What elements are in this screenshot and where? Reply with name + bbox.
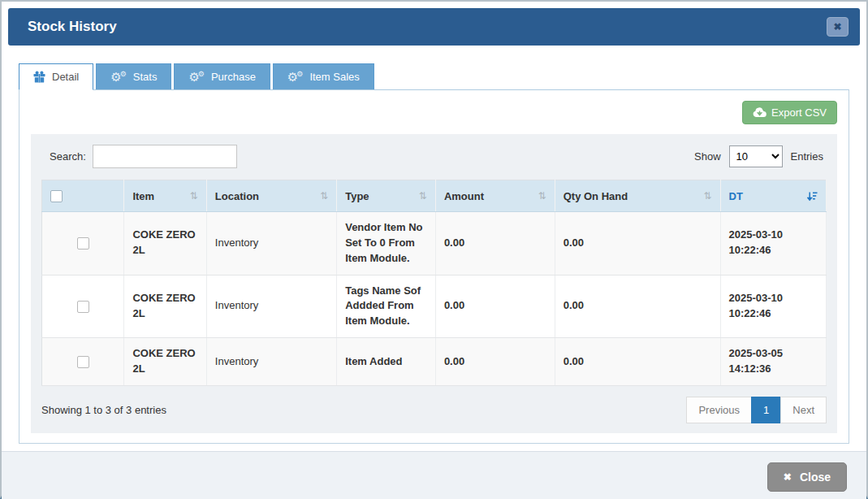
table-footer: Showing 1 to 3 of 3 entries Previous 1 N… bbox=[41, 397, 827, 423]
column-header-type[interactable]: Type ⇅ bbox=[337, 180, 436, 212]
cell-qty-on-hand: 0.00 bbox=[555, 212, 720, 276]
column-header-qty-on-hand[interactable]: Qty On Hand ⇅ bbox=[555, 180, 720, 212]
entries-label: Entries bbox=[791, 150, 823, 163]
tab-item-sales[interactable]: ⚙⚙ Item Sales bbox=[273, 63, 374, 89]
modal-title: Stock History bbox=[28, 19, 827, 35]
gears-icon: ⚙⚙ bbox=[188, 71, 205, 83]
cell-type: Vendor Item No Set To 0 From Item Module… bbox=[337, 212, 436, 276]
close-button-label: Close bbox=[800, 471, 831, 484]
tab-label: Detail bbox=[52, 71, 79, 83]
tab-label: Stats bbox=[133, 71, 158, 83]
stock-history-table: Item ⇅ Location ⇅ Type ⇅ Amount bbox=[41, 180, 827, 386]
close-icon: ✖ bbox=[784, 471, 792, 483]
row-checkbox[interactable] bbox=[77, 301, 89, 313]
cell-type: Item Added bbox=[337, 338, 436, 386]
cloud-download-icon bbox=[753, 107, 767, 118]
tab-stats[interactable]: ⚙⚙ Stats bbox=[96, 63, 171, 89]
tab-purchase[interactable]: ⚙⚙ Purchase bbox=[174, 63, 270, 89]
row-select-cell bbox=[42, 338, 124, 386]
sort-icon: ⇅ bbox=[320, 190, 328, 202]
column-header-dt[interactable]: DT bbox=[720, 180, 826, 212]
column-header-item[interactable]: Item ⇅ bbox=[124, 180, 206, 212]
cell-amount: 0.00 bbox=[435, 275, 555, 338]
select-all-header bbox=[42, 180, 124, 212]
sort-icon: ⇅ bbox=[190, 190, 198, 202]
cell-amount: 0.00 bbox=[435, 338, 555, 386]
table-controls: Search: Show 10 Entries bbox=[41, 145, 827, 168]
detail-tab-panel: Export CSV Search: Show 10 Entries bbox=[19, 89, 849, 444]
cell-dt: 2025-03-10 10:22:46 bbox=[720, 212, 826, 276]
gears-icon: ⚙⚙ bbox=[287, 71, 304, 83]
close-icon: ✖ bbox=[833, 21, 841, 33]
row-select-cell bbox=[42, 275, 124, 338]
row-checkbox[interactable] bbox=[77, 237, 89, 250]
cell-qty-on-hand: 0.00 bbox=[555, 275, 720, 338]
tab-bar: Detail ⚙⚙ Stats ⚙⚙ Purchase ⚙⚙ Item Sale… bbox=[19, 63, 849, 89]
export-csv-label: Export CSV bbox=[771, 106, 827, 119]
sort-icon: ⇅ bbox=[538, 190, 546, 202]
cell-location: Inventory bbox=[206, 338, 336, 386]
close-button[interactable]: ✖ Close bbox=[767, 462, 847, 492]
modal-close-button[interactable]: ✖ bbox=[827, 17, 849, 37]
table-row: COKE ZERO 2L Inventory Item Added 0.00 0… bbox=[42, 338, 827, 386]
export-row: Export CSV bbox=[31, 101, 837, 124]
modal-titlebar: Stock History ✖ bbox=[8, 8, 860, 46]
tab-label: Item Sales bbox=[309, 71, 359, 83]
stock-history-modal: Stock History ✖ Detail ⚙⚙ S bbox=[0, 0, 868, 499]
row-checkbox[interactable] bbox=[77, 356, 89, 368]
row-select-cell bbox=[42, 212, 124, 276]
cell-dt: 2025-03-05 14:12:36 bbox=[720, 338, 826, 386]
search-input[interactable] bbox=[93, 145, 237, 168]
table-header-row: Item ⇅ Location ⇅ Type ⇅ Amount bbox=[42, 180, 827, 212]
cell-location: Inventory bbox=[206, 212, 336, 276]
table-row: COKE ZERO 2L Inventory Tags Name Sof Add… bbox=[42, 275, 827, 338]
sort-icon: ⇅ bbox=[703, 190, 711, 202]
datatable-area: Search: Show 10 Entries bbox=[31, 134, 837, 433]
tab-label: Purchase bbox=[211, 71, 256, 83]
entries-summary: Showing 1 to 3 of 3 entries bbox=[41, 404, 166, 416]
select-all-checkbox[interactable] bbox=[50, 190, 63, 202]
cell-item: COKE ZERO 2L bbox=[124, 338, 206, 386]
modal-footer: ✖ Close bbox=[2, 451, 866, 499]
cell-amount: 0.00 bbox=[435, 212, 555, 276]
export-csv-button[interactable]: Export CSV bbox=[742, 101, 837, 124]
gift-icon bbox=[33, 71, 45, 83]
tab-detail[interactable]: Detail bbox=[19, 63, 93, 90]
cell-qty-on-hand: 0.00 bbox=[555, 338, 720, 386]
pagination: Previous 1 Next bbox=[686, 397, 827, 423]
column-header-amount[interactable]: Amount ⇅ bbox=[435, 180, 555, 212]
sort-icon: ⇅ bbox=[419, 190, 427, 202]
cell-dt: 2025-03-10 10:22:46 bbox=[720, 275, 826, 338]
sort-desc-icon bbox=[807, 191, 818, 202]
column-header-location[interactable]: Location ⇅ bbox=[206, 180, 336, 212]
cell-item: COKE ZERO 2L bbox=[124, 275, 206, 338]
cell-location: Inventory bbox=[206, 275, 336, 338]
search-label: Search: bbox=[50, 150, 86, 163]
previous-page-button[interactable]: Previous bbox=[686, 397, 752, 423]
cell-item: COKE ZERO 2L bbox=[124, 212, 206, 276]
page-size-select[interactable]: 10 bbox=[729, 145, 783, 167]
table-row: COKE ZERO 2L Inventory Vendor Item No Se… bbox=[42, 212, 827, 276]
cell-type: Tags Name Sof Addded From Item Module. bbox=[337, 275, 436, 338]
page-1-button[interactable]: 1 bbox=[751, 397, 781, 423]
show-label: Show bbox=[694, 150, 721, 163]
gears-icon: ⚙⚙ bbox=[110, 71, 127, 83]
next-page-button[interactable]: Next bbox=[780, 397, 827, 423]
